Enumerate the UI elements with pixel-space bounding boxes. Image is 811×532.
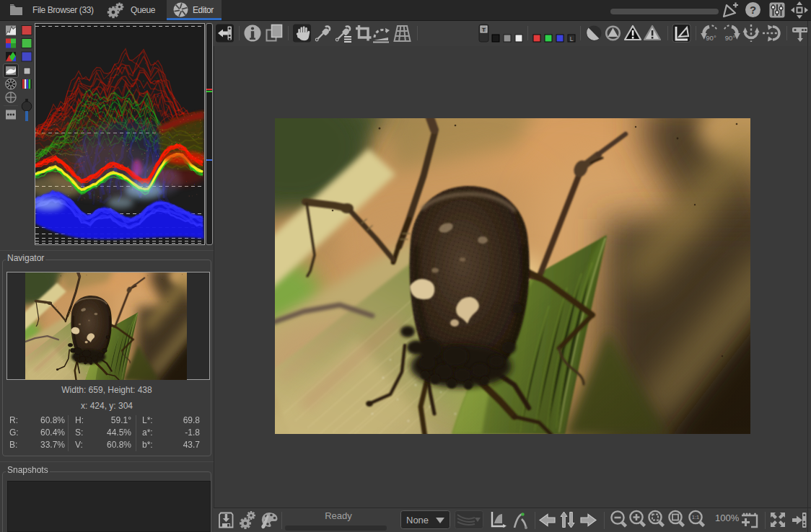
svg-text:None: None [406,515,429,526]
svg-text:T: T [482,27,486,33]
svg-text:90°: 90° [706,34,716,42]
svg-text:1:1: 1:1 [692,514,699,520]
svg-text:Ready: Ready [325,510,352,521]
svg-text:100%: 100% [715,513,740,523]
svg-text:90°: 90° [725,34,736,42]
svg-text:?: ? [750,4,756,16]
svg-text:L: L [570,35,574,43]
